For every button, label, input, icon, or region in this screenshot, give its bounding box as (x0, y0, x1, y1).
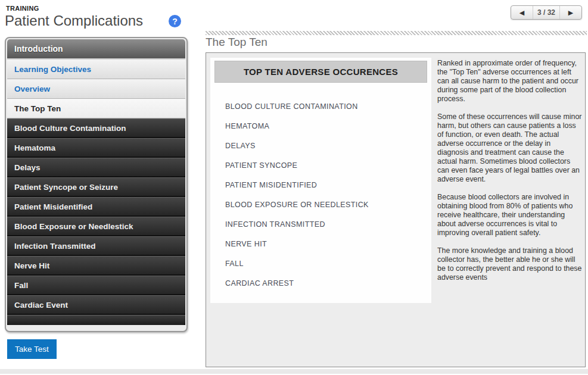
content-heading: The Top Ten (206, 36, 267, 49)
sidebar-item-delays[interactable]: Delays (7, 158, 185, 176)
list-item: PATIENT MISIDENTIFIED (210, 175, 431, 195)
sidebar-item-overview[interactable]: Overview (7, 79, 185, 99)
sidebar-item-cardiac-event[interactable]: Cardiac Event (7, 295, 185, 314)
help-icon[interactable]: ? (169, 15, 181, 27)
sidebar-item-introduction[interactable]: Introduction (7, 39, 185, 60)
page-title: Patient Complications (5, 12, 143, 29)
paragraph: The more knowledge and training a blood … (437, 246, 582, 282)
page-counter: 3 / 32 (533, 6, 560, 19)
paragraph: Ranked in approximate order of frequency… (437, 59, 582, 104)
sidebar-item-learning-objectives[interactable]: Learning Objectives (7, 60, 185, 79)
sidebar-item-patient-syncope-or-seizure[interactable]: Patient Syncope or Seizure (7, 177, 185, 196)
list-item: BLOOD CULTURE CONTAMINATION (210, 96, 431, 116)
paragraph: Because blood collectors are involved in… (437, 193, 582, 238)
sidebar-item-blood-exposure-or-needlestick[interactable]: Blood Exposure or Needlestick (7, 217, 185, 235)
divider-hatch-stripe (206, 31, 587, 35)
next-page-icon[interactable]: ▶ (560, 6, 581, 19)
sidebar-item-fall[interactable]: Fall (7, 276, 185, 294)
training-eyebrow: TRAINING (6, 5, 39, 12)
explanation-text: Ranked in approximate order of frequency… (437, 59, 582, 291)
sidebar-item-blood-culture-contamination[interactable]: Blood Culture Contamination (7, 118, 185, 137)
sidebar-item-patient-misidentified[interactable]: Patient Misidentified (7, 197, 185, 215)
page-navigator: ◀ 3 / 32 ▶ (511, 5, 582, 20)
sidebar-dark-section: Blood Culture Contamination Hematoma Del… (7, 118, 185, 325)
list-item: DELAYS (210, 136, 431, 155)
list-item: CARDIAC ARREST (210, 273, 431, 293)
list-item: HEMATOMA (210, 116, 431, 136)
training-app-window: TRAINING Patient Complications ? ◀ 3 / 3… (0, 0, 588, 375)
adverse-occurrences-list: BLOOD CULTURE CONTAMINATION HEMATOMA DEL… (210, 96, 431, 293)
take-test-button[interactable]: Take Test (7, 339, 57, 359)
list-item: PATIENT SYNCOPE (210, 155, 431, 175)
sidebar-item-the-top-ten[interactable]: The Top Ten (7, 99, 185, 118)
paragraph: Some of these occurrences will cause min… (437, 112, 582, 184)
list-item: FALL (210, 254, 431, 273)
list-item: INFECTION TRANSMITTED (210, 214, 431, 234)
footer-bar (0, 369, 588, 374)
sidebar-item-nerve-hit[interactable]: Nerve Hit (7, 256, 185, 274)
sidebar-item-hematoma[interactable]: Hematoma (7, 138, 185, 157)
sidebar-footer-bar (7, 315, 185, 325)
list-item: BLOOD EXPOSURE OR NEEDLESTICK (210, 195, 431, 214)
sidebar-item-infection-transmitted[interactable]: Infection Transmitted (7, 236, 185, 255)
adverse-occurrences-box: TOP TEN ADVERSE OCCURENCES BLOOD CULTURE… (210, 58, 431, 303)
content-panel: TOP TEN ADVERSE OCCURENCES BLOOD CULTURE… (206, 52, 586, 367)
adverse-occurrences-title: TOP TEN ADVERSE OCCURENCES (214, 61, 427, 83)
list-item: NERVE HIT (210, 234, 431, 254)
course-nav-sidebar: Introduction Learning Objectives Overvie… (5, 37, 188, 332)
prev-page-icon[interactable]: ◀ (511, 6, 533, 19)
